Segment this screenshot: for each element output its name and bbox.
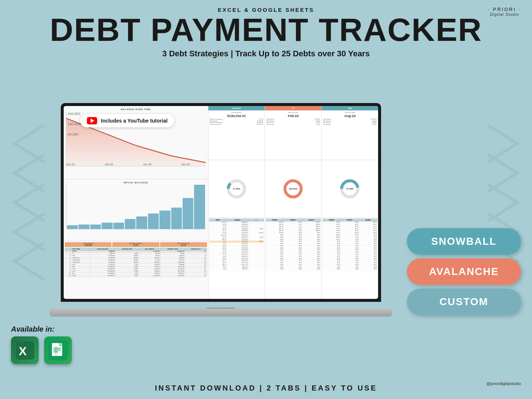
svg-text:Jan-28: Jan-28 (143, 163, 151, 166)
debt-paid-off-cell: DEBT PAID OFF ON Apr-29 (160, 242, 207, 247)
tv-payment-table: PAYMENTINTERESTBALANCE $107.00$2.23$789.… (265, 218, 322, 299)
donut-label-overview: 11.49% (233, 188, 240, 190)
laptop-screen: BALANCE OVER TIME (61, 103, 381, 302)
google-sheets-icon (44, 336, 72, 364)
sofa-debt-label: Debt Free Date (323, 112, 377, 113)
overview-donut: 11.49% (208, 160, 265, 218)
social-handle: @prioridigitalstudio (486, 381, 521, 386)
avalanche-badge: AVALANCHE (407, 258, 521, 285)
tv-date: Feb-24 (267, 114, 320, 118)
overview-details: Monthly extra payment$ 75.00 Min payment… (210, 119, 263, 125)
youtube-badge-text: Includes a YouTube tutorial (101, 118, 168, 124)
custom-badge: CUSTOM (407, 289, 521, 315)
summary-bar: INITIAL BALANCE $148,940 MONTHLY PAYMENT… (65, 242, 207, 247)
initial-balance-cell: INITIAL BALANCE $148,940 (65, 242, 112, 247)
sofa-header: Sofa (322, 106, 378, 110)
tv-donut: 100.00% (265, 160, 322, 218)
youtube-icon (87, 117, 97, 124)
svg-text:Jan-30: Jan-30 (182, 163, 190, 166)
svg-text:X: X (19, 345, 27, 358)
svg-text:60,000: 60,000 (68, 133, 78, 136)
overview-card: Overview Current Balance $130,016.31 Mon… (208, 106, 265, 160)
available-label: Available in: (11, 325, 72, 333)
youtube-play-icon (91, 119, 94, 123)
donut-label-sofa: 47.48% (346, 188, 353, 190)
custom-label: CUSTOM (440, 296, 489, 307)
footer: INSTANT DOWNLOAD | 2 TABS | EASY TO USE … (0, 384, 532, 392)
sofa-details: Initial balance$ 1,350.00 Min. Payment$ … (323, 119, 377, 125)
donut-wrap-overview: 11.49% (225, 178, 247, 200)
tv-card: TV Debt Free Date Feb-24 Initial balance… (265, 106, 322, 160)
sofa-payment-table: PAYMENTINTERESTBALANCE $75.00$26.88$30.4… (322, 218, 378, 299)
footer-text: INSTANT DOWNLOAD | 2 TABS | EASY TO USE (0, 384, 532, 392)
donut-label-tv: 100.00% (289, 188, 298, 190)
payment-tables: MONTHBALANCE+/- Aug-23$148,939.75 Sep-23… (208, 218, 378, 299)
chevron-decoration-left (0, 107, 59, 292)
avalanche-label: AVALANCHE (429, 266, 499, 277)
sofa-donut: 47.48% (322, 160, 378, 218)
laptop-base (50, 308, 392, 317)
tagline: 3 Debt Strategies | Track Up to 25 Debts… (0, 49, 532, 59)
current-balance-label: Current Balance (210, 112, 263, 113)
app-icons: X (11, 336, 72, 364)
debts-table: DEBT NAME INITIAL BALANCE INTEREST RATE … (65, 248, 207, 277)
snowball-badge: SNOWBALL (407, 228, 521, 255)
chart2-title: INITIAL BALANCE (66, 181, 206, 184)
left-panel: BALANCE OVER TIME (64, 106, 208, 299)
excel-icon: X (11, 336, 39, 364)
svg-text:Jan-24: Jan-24 (66, 163, 75, 166)
youtube-badge[interactable]: Includes a YouTube tutorial (80, 114, 174, 127)
svg-text:100,000: 100,000 (68, 122, 80, 126)
donut-wrap-sofa: 47.48% (339, 178, 361, 200)
svg-rect-17 (59, 343, 62, 346)
sofa-date: Aug-24 (323, 114, 377, 118)
cards-row: Overview Current Balance $130,016.31 Mon… (208, 106, 378, 160)
laptop: BALANCE OVER TIME (61, 103, 381, 324)
available-section: Available in: X (11, 325, 72, 364)
right-panel: Overview Current Balance $130,016.31 Mon… (208, 106, 378, 299)
donut-wrap-tv: 100.00% (282, 178, 304, 200)
tv-debt-label: Debt Free Date (267, 112, 320, 113)
chart1-title: BALANCE OVER TIME (66, 108, 206, 110)
donuts-row: 11.49% 100.00% (208, 160, 378, 218)
page-header: EXCEL & GOOGLE SHEETS DEBT PAYMENT TRACK… (0, 7, 532, 59)
data-table-section: INITIAL BALANCE $148,940 MONTHLY PAYMENT… (64, 241, 208, 299)
spreadsheet-content: BALANCE OVER TIME (64, 106, 378, 299)
snowball-label: SNOWBALL (431, 236, 497, 247)
initial-balance-chart: INITIAL BALANCE (64, 179, 208, 241)
laptop-display: BALANCE OVER TIME (64, 106, 378, 299)
tv-header: TV (265, 106, 321, 110)
bar-chart-area (66, 185, 206, 229)
month-balance-table: MONTHBALANCE+/- Aug-23$148,939.75 Sep-23… (208, 218, 265, 299)
tv-details: Initial balance$ 890.00 Min. Payment$ 32… (267, 119, 320, 125)
page-title: DEBT PAYMENT TRACKER (0, 14, 532, 46)
svg-text:150,000: 150,000 (68, 112, 80, 116)
strategy-badges: SNOWBALL AVALANCHE CUSTOM (407, 228, 521, 315)
svg-text:Jan-26: Jan-26 (105, 163, 113, 166)
monthly-payment-cell: MONTHLY PAYMENT $3,032 (112, 242, 159, 247)
current-balance-value: $130,016.31 (210, 114, 263, 118)
sofa-card: Sofa Debt Free Date Aug-24 Initial balan… (322, 106, 378, 160)
overview-header: Overview (208, 106, 265, 110)
